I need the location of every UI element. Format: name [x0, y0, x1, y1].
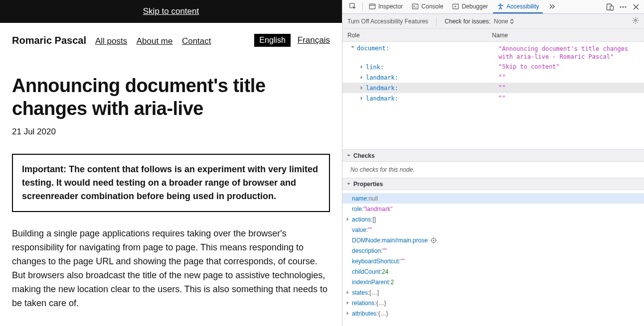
element-picker-icon — [349, 3, 356, 10]
tab-inspector[interactable]: Inspector — [365, 0, 407, 13]
tab-console[interactable]: Console — [408, 0, 447, 13]
twisty-icon[interactable] — [345, 217, 350, 222]
prop-key: value — [352, 226, 368, 233]
gear-icon — [632, 17, 639, 24]
prop-row-childCount[interactable]: childCount24 — [342, 266, 644, 277]
accessibility-toolbar: Turn Off Accessibility Features Check fo… — [342, 14, 644, 29]
a11y-settings-button[interactable] — [632, 17, 639, 25]
lang-francais[interactable]: Français — [298, 35, 330, 45]
tab-accessibility[interactable]: Accessibility — [493, 0, 543, 13]
prop-row-value[interactable]: value"" — [342, 224, 644, 235]
prop-key: states — [352, 289, 369, 296]
article-paragraph-1: Building a single page applications requ… — [12, 227, 330, 310]
properties-list[interactable]: namenullrole"landmark"actions[]value""DO… — [342, 190, 644, 326]
tree-accessible-name: "" — [498, 94, 644, 102]
site-name: Romaric Pascal — [12, 35, 86, 46]
checks-header[interactable]: Checks — [342, 149, 644, 162]
tab-label: Console — [421, 3, 443, 10]
tree-row-document[interactable]: document:"Announcing document's title ch… — [342, 44, 644, 62]
twisty-icon[interactable] — [350, 45, 355, 50]
svg-rect-1 — [369, 4, 375, 9]
skip-to-content-link[interactable]: Skip to content — [143, 6, 199, 16]
close-devtools-icon[interactable] — [632, 3, 640, 11]
check-issues-label: Check for issues: None — [445, 18, 514, 25]
twisty-icon[interactable] — [345, 301, 350, 306]
properties-header[interactable]: Properties — [342, 178, 644, 190]
debugger-icon — [452, 3, 459, 10]
svg-rect-3 — [413, 4, 418, 9]
callout-text: The content that follows is an experimen… — [22, 164, 318, 201]
svg-point-10 — [625, 6, 627, 7]
tree-accessible-name: "Skip to content" — [498, 63, 644, 71]
svg-point-5 — [500, 3, 501, 5]
prop-row-attributes[interactable]: attributes{…} — [342, 308, 644, 319]
prop-key: DOMNode — [352, 237, 382, 244]
prop-key: name — [352, 195, 368, 202]
twisty-icon[interactable] — [359, 96, 364, 101]
tab-debugger[interactable]: Debugger — [448, 0, 492, 13]
prop-row-relations[interactable]: relations{…} — [342, 298, 644, 308]
check-issues-dropdown[interactable]: None — [494, 18, 514, 25]
nav-all-posts[interactable]: All posts — [95, 36, 127, 46]
prop-row-name[interactable]: namenull — [342, 193, 644, 204]
prop-key: keyboardShortcut — [352, 258, 400, 265]
tree-role: landmark: — [366, 74, 398, 81]
skip-bar: Skip to content — [0, 0, 342, 23]
prop-row-role[interactable]: role"landmark" — [342, 204, 644, 214]
tree-accessible-name: "Announcing document's title changes wit… — [498, 45, 644, 61]
tree-accessible-name: "" — [498, 84, 644, 92]
prop-row-description[interactable]: description"" — [342, 245, 644, 256]
prop-key: relations — [352, 300, 376, 307]
console-icon — [412, 3, 419, 10]
svg-point-9 — [623, 6, 624, 7]
tree-row-link[interactable]: link:"Skip to content" — [342, 62, 644, 72]
prop-row-keyboardShortcut[interactable]: keyboardShortcut"" — [342, 256, 644, 266]
svg-point-11 — [635, 19, 637, 21]
tab-label: Accessibility — [506, 3, 539, 10]
rendered-page: Skip to content Romaric Pascal All posts… — [0, 0, 342, 326]
nav-contact[interactable]: Contact — [182, 36, 211, 46]
prop-key: actions — [352, 216, 372, 223]
inspect-node-icon[interactable] — [431, 237, 437, 243]
prop-key: attributes — [352, 310, 378, 317]
tree-role: landmark: — [366, 95, 398, 102]
nav-about[interactable]: About me — [137, 36, 173, 46]
twisty-icon[interactable] — [345, 290, 350, 295]
tree-header: Role Name — [342, 29, 644, 42]
prop-key: role — [352, 206, 363, 213]
pick-element-button[interactable] — [345, 0, 360, 13]
twisty-icon[interactable] — [359, 86, 364, 91]
tree-role: document: — [357, 45, 389, 52]
twisty-down-icon — [346, 153, 351, 158]
tree-row-landmark[interactable]: landmark:"" — [342, 72, 644, 83]
callout-label: Important: — [22, 164, 66, 174]
prop-row-DOMNode[interactable]: DOMNodemain#main.prose — [342, 235, 644, 245]
prop-row-indexInParent[interactable]: indexInParent2 — [342, 277, 644, 287]
devtools-tabstrip: Inspector Console Debugger Accessibility — [342, 0, 644, 14]
accessibility-tree[interactable]: document:"Announcing document's title ch… — [342, 42, 644, 149]
language-switch: English Français — [254, 34, 330, 47]
tabs-overflow-button[interactable] — [544, 0, 560, 13]
inspector-icon — [369, 3, 376, 10]
twisty-icon[interactable] — [359, 75, 364, 80]
responsive-mode-icon[interactable] — [606, 3, 614, 11]
prop-key: childCount — [352, 268, 382, 275]
prop-row-states[interactable]: states[…] — [342, 287, 644, 298]
tree-role: landmark: — [366, 85, 398, 92]
prop-key: indexInParent — [352, 279, 390, 286]
meatball-menu-icon[interactable] — [619, 3, 627, 11]
tree-row-landmark[interactable]: landmark:"" — [342, 83, 644, 93]
site-header: Romaric Pascal All posts About me Contac… — [12, 23, 330, 47]
turn-off-a11y-button[interactable]: Turn Off Accessibility Features — [347, 18, 428, 25]
twisty-icon[interactable] — [345, 311, 350, 316]
section-label: Properties — [353, 181, 383, 188]
tree-role: link: — [366, 64, 384, 71]
twisty-down-icon — [346, 182, 351, 186]
prop-row-actions[interactable]: actions[] — [342, 214, 644, 224]
tree-header-name: Name — [492, 32, 508, 39]
tab-label: Inspector — [378, 3, 403, 10]
twisty-icon[interactable] — [359, 65, 364, 70]
svg-point-8 — [620, 6, 622, 7]
tree-row-landmark[interactable]: landmark:"" — [342, 93, 644, 104]
lang-english-active[interactable]: English — [254, 34, 290, 47]
